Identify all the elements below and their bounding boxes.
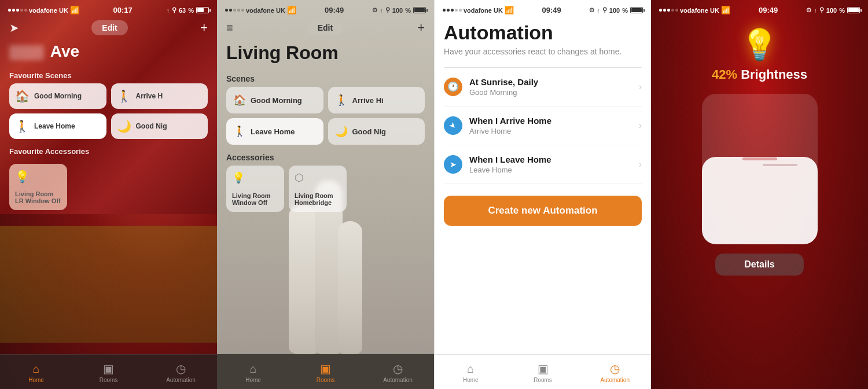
home2-tab-label: Home <box>245 377 261 383</box>
status-bar-3: vodafone UK 📶 09:49 ⊙ ↑ ⚲ 100% <box>435 0 651 16</box>
add-icon[interactable]: + <box>200 20 208 35</box>
signal-dots-2 <box>225 9 244 12</box>
tab2-home[interactable]: ⌂ Home <box>217 362 289 383</box>
location-icon-4: ⊙ <box>806 6 811 14</box>
battery-fill-4 <box>848 8 859 12</box>
scene-label2-night: Good Nig <box>352 127 387 136</box>
automation3-tab-label: Automation <box>600 377 630 383</box>
carrier-label-4: vodafone UK <box>680 7 719 14</box>
accessory-label2-lr-window-off: Living Room Window Off <box>232 192 278 206</box>
tab-bar-3: ⌂ Home ▣ Rooms ◷ Automation <box>435 354 651 389</box>
home-title: Ave <box>0 40 217 68</box>
scenes-grid-2: 🏠 Good Morning 🚶 Arrive Hi 🚶 Leave Home … <box>217 87 434 149</box>
chevron-icon-arrive: › <box>639 120 642 131</box>
rooms3-tab-label: Rooms <box>534 377 552 383</box>
rooms3-tab-icon: ▣ <box>538 362 549 376</box>
automation-title-sunrise: At Sunrise, Daily <box>469 77 639 87</box>
home3-tab-label: Home <box>463 377 479 383</box>
scene-icon2-arrive: 🚶 <box>335 94 348 107</box>
automation3-tab-icon: ◷ <box>610 362 620 376</box>
status-bar-right-4: ⊙ ↑ ⚲ 100% <box>806 6 860 14</box>
menu-icon[interactable]: ≡ <box>226 21 233 35</box>
tab3-rooms[interactable]: ▣ Rooms <box>507 362 579 383</box>
battery-icon-4 <box>847 7 860 13</box>
status-bar-right: ↑ ⚲ 63% <box>166 6 209 14</box>
signal-dot <box>237 9 240 12</box>
accessories-section-label: Favourite Accessories <box>0 144 217 159</box>
accessory-label-lr-window: Living Room LR Window Off <box>15 190 61 204</box>
signal-dot <box>241 9 244 12</box>
status-bar-right-2: ⊙ ↑ ⚲ 100% <box>372 6 426 14</box>
accessory-card2-lr-homebridge[interactable]: ⬡ Living Room Homebridge <box>289 166 347 212</box>
brightness-slider-container[interactable] <box>702 94 818 244</box>
signal-dot <box>455 9 458 12</box>
accessory-icon2-homebridge: ⬡ <box>295 171 341 184</box>
rooms2-tab-icon: ▣ <box>320 362 331 376</box>
brightness-text: Brightness <box>741 67 807 82</box>
tab3-home[interactable]: ⌂ Home <box>435 362 507 383</box>
arrive-icon-circle: ➤ <box>444 116 462 135</box>
tab2-rooms[interactable]: ▣ Rooms <box>289 362 362 383</box>
tab-home[interactable]: ⌂ Home <box>0 362 72 383</box>
automation-item-arrive[interactable]: ➤ When I Arrive Home Arrive Home › <box>444 107 642 145</box>
automation-text-sunrise: At Sunrise, Daily Good Morning <box>469 77 639 97</box>
scenes-section-label: Favourite Scenes <box>0 68 217 83</box>
status-bar-left-4: vodafone UK 📶 <box>659 6 730 14</box>
rooms2-tab-label: Rooms <box>317 377 335 383</box>
battery-pct-label-3: 100 <box>609 7 620 14</box>
automation-title: Automation <box>444 21 642 44</box>
status-bar-left-2: vodafone UK 📶 <box>225 6 296 14</box>
automation-title-leave: When I Leave Home <box>469 155 639 164</box>
scene-card-arrive-home[interactable]: 🚶 Arrive H <box>111 83 208 109</box>
accessories-grid: 💡 Living Room Window Off ⬡ Living Room H… <box>217 166 434 212</box>
signal-dot <box>447 9 450 12</box>
brightness-slider-track[interactable] <box>702 94 818 244</box>
scene-card-good-morning[interactable]: 🏠 Good Morning <box>9 83 106 109</box>
accessory-card-lr-window[interactable]: 💡 Living Room LR Window Off <box>9 164 67 210</box>
scene-card2-good-night[interactable]: 🌙 Good Nig <box>328 118 425 145</box>
edit-button[interactable]: Edit <box>91 20 127 35</box>
battery-pct-label-4: 100 <box>826 7 837 14</box>
add-icon-2[interactable]: + <box>417 20 425 35</box>
signal-dot <box>229 9 232 12</box>
status-bar-4: vodafone UK 📶 09:49 ⊙ ↑ ⚲ 100% <box>651 0 868 16</box>
status-bar-2: vodafone UK 📶 09:49 ⊙ ↑ ⚲ 100% <box>217 0 434 16</box>
slider-thumb-indicator <box>763 164 797 166</box>
scene-card2-leave-home[interactable]: 🚶 Leave Home <box>226 118 323 145</box>
edit-button-2[interactable]: Edit <box>307 20 343 35</box>
accessory-icon-bulb: 💡 <box>15 170 61 184</box>
location-icon-3: ⊙ <box>589 6 594 14</box>
accessory-card2-lr-window-off[interactable]: 💡 Living Room Window Off <box>226 166 284 212</box>
signal-dot <box>8 9 11 12</box>
location-icon-2: ⊙ <box>372 6 377 14</box>
location-icon: ↑ <box>166 7 170 14</box>
clock-icon: 🕐 <box>447 81 459 92</box>
scene-card-leave-home[interactable]: 🚶 Leave Home <box>9 113 106 139</box>
tab-rooms[interactable]: ▣ Rooms <box>72 362 145 383</box>
battery-fill-2 <box>414 8 425 12</box>
tab-automation[interactable]: ◷ Automation <box>145 362 217 383</box>
tab2-automation[interactable]: ◷ Automation <box>362 362 434 383</box>
signal-dot <box>663 9 666 12</box>
automation-subtitle: Have your accessories react to changes a… <box>444 46 642 58</box>
tab-bar-1: ⌂ Home ▣ Rooms ◷ Automation <box>0 354 217 389</box>
scenes-section-label-2: Scenes <box>217 71 434 87</box>
arrow-icon-3: ↑ <box>597 7 600 14</box>
automation-item-leave[interactable]: ➤ When I Leave Home Leave Home › <box>444 145 642 184</box>
blurred-address <box>9 45 44 60</box>
scene-card2-good-morning[interactable]: 🏠 Good Morning <box>226 87 323 113</box>
scene-card2-arrive-home[interactable]: 🚶 Arrive Hi <box>328 87 425 113</box>
create-automation-button[interactable]: Create new Automation <box>444 196 642 226</box>
slider-thumb <box>742 157 777 160</box>
tab3-automation[interactable]: ◷ Automation <box>579 362 651 383</box>
carrier-label-3: vodafone UK <box>464 7 503 14</box>
automation-item-sunrise[interactable]: 🕐 At Sunrise, Daily Good Morning › <box>444 68 642 107</box>
time-display-3: 09:49 <box>542 6 561 14</box>
signal-dot <box>16 9 19 12</box>
details-button[interactable]: Details <box>715 254 803 276</box>
signal-dot <box>443 9 446 12</box>
screen-home: vodafone UK 📶 00:17 ↑ ⚲ 63% ➤ Edit + Ave <box>0 0 217 389</box>
scene-card-good-night[interactable]: 🌙 Good Nig <box>111 113 208 139</box>
scene-icon-night: 🌙 <box>117 119 131 133</box>
status-bar-1: vodafone UK 📶 00:17 ↑ ⚲ 63% <box>0 0 217 16</box>
